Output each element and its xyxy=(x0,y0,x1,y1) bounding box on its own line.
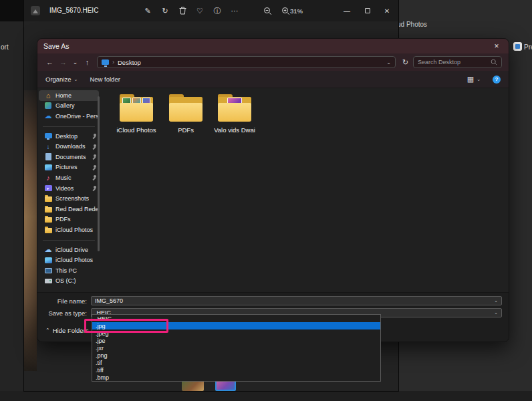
file-name-label: File name: xyxy=(44,297,87,305)
zoom-out-button[interactable] xyxy=(261,5,273,17)
organize-label: Organize xyxy=(45,76,72,83)
folder-tile-pdfs[interactable]: PDFs xyxy=(162,94,209,134)
minimize-icon: — xyxy=(344,7,350,15)
organize-button[interactable]: Organize ⌄ xyxy=(45,76,78,83)
breadcrumb[interactable]: Desktop xyxy=(118,59,141,66)
type-option-jpe[interactable]: .jpe xyxy=(92,337,380,344)
documents-icon xyxy=(45,153,51,160)
backdrop-right-partial-text: Pre xyxy=(524,43,532,51)
info-button[interactable]: ⓘ xyxy=(211,5,223,17)
close-icon: ✕ xyxy=(384,7,390,15)
up-icon: ↑ xyxy=(86,58,90,66)
history-dropdown-button[interactable]: ⌄ xyxy=(71,56,80,68)
zoom-out-icon xyxy=(263,7,272,15)
rotate-button[interactable]: ↻ xyxy=(159,5,171,17)
search-icon xyxy=(491,59,497,65)
photos-window-title: IMG_5670.HEIC xyxy=(49,7,98,14)
new-folder-label: New folder xyxy=(90,76,120,83)
type-option-bmp[interactable]: .bmp xyxy=(92,374,380,381)
annotation-highlight-jpg xyxy=(84,319,168,333)
zoom-level: 31% xyxy=(290,7,303,15)
icloud-drive-icon: ☁ xyxy=(44,246,52,254)
pin-icon xyxy=(92,133,98,139)
chevron-up-icon: ⌃ xyxy=(45,327,50,333)
sidebar-scrollbar[interactable] xyxy=(98,96,100,251)
pictures-icon xyxy=(45,164,52,170)
forward-icon: → xyxy=(59,58,67,66)
sidebar-item-os-c[interactable]: OS (C:) xyxy=(37,276,100,287)
type-option-tiff[interactable]: .tiff xyxy=(92,366,380,374)
delete-button[interactable] xyxy=(176,5,188,17)
close-window-button[interactable]: ✕ xyxy=(380,4,394,17)
refresh-button[interactable]: ↻ xyxy=(400,56,411,68)
sidebar-item-music[interactable]: ♪ Music xyxy=(37,172,100,183)
onedrive-cloud-icon: ☁ xyxy=(44,112,52,120)
pin-icon xyxy=(92,185,98,191)
sidebar-item-pictures[interactable]: Pictures xyxy=(37,162,100,173)
backdrop-left-partial-text: ort xyxy=(1,43,9,51)
sidebar-item-gallery[interactable]: Gallery xyxy=(37,101,100,112)
backdrop-checkbox-icon xyxy=(513,42,522,51)
heart-icon: ♡ xyxy=(196,7,203,15)
sidebar-item-desktop[interactable]: Desktop xyxy=(37,131,100,142)
more-options-button[interactable]: ⋯ xyxy=(229,5,241,17)
search-box[interactable] xyxy=(413,56,502,68)
sidebar-item-downloads[interactable]: ↓ Downloads xyxy=(37,141,100,152)
view-options-button[interactable]: ▦ ⌄ xyxy=(467,75,481,84)
folder-icon xyxy=(45,207,52,213)
view-grid-icon: ▦ xyxy=(467,75,474,84)
sidebar-item-pdfs[interactable]: PDFs xyxy=(37,215,100,225)
folder-label: Valo vids Dwai xyxy=(211,126,258,134)
file-name-value: IMG_5670 xyxy=(95,297,123,304)
type-option-tif[interactable]: .tif xyxy=(92,359,380,366)
sidebar-item-home[interactable]: ⌂ Home xyxy=(39,90,99,101)
sidebar-item-documents[interactable]: Documents xyxy=(37,152,100,162)
sidebar-item-icloud-drive[interactable]: ☁ iCloud Drive xyxy=(37,245,100,255)
back-button[interactable]: ← xyxy=(44,56,55,68)
sidebar-item-this-pc[interactable]: This PC xyxy=(37,265,100,276)
sidebar-item-icloud-photos[interactable]: iCloud Photos xyxy=(37,225,100,235)
sidebar-separator xyxy=(37,235,100,245)
file-list-area: iCloud Photos PDFs Valo vids Dwai xyxy=(100,88,509,292)
folder-label: iCloud Photos xyxy=(113,126,160,134)
more-icon: ⋯ xyxy=(231,7,239,15)
type-option-png[interactable]: .png xyxy=(92,352,380,359)
videos-icon: ▸ xyxy=(45,185,52,191)
chevron-down-icon: ⌄ xyxy=(494,298,498,303)
edit-button[interactable]: ✎ xyxy=(142,5,154,17)
rotate-icon: ↻ xyxy=(162,7,168,15)
sidebar-item-videos[interactable]: ▸ Videos xyxy=(37,183,100,194)
address-dropdown-icon[interactable]: ⌄ xyxy=(386,59,391,65)
icloud-photos-icon xyxy=(45,257,52,263)
folder-icon xyxy=(217,94,253,123)
file-name-combo[interactable]: IMG_5670 ⌄ xyxy=(91,296,502,305)
this-pc-icon xyxy=(45,268,52,273)
sidebar-item-screenshots[interactable]: Screenshots xyxy=(37,193,100,204)
back-icon: ← xyxy=(46,58,53,66)
hide-folders-button[interactable]: ⌃ Hide Folders xyxy=(45,327,89,334)
dialog-toolbar: Organize ⌄ New folder ▦ ⌄ ? xyxy=(37,71,509,88)
desktop-location-icon xyxy=(102,59,109,65)
search-input[interactable] xyxy=(418,59,491,65)
new-folder-button[interactable]: New folder xyxy=(90,76,120,83)
hide-folders-label: Hide Folders xyxy=(53,327,89,334)
maximize-button[interactable] xyxy=(360,4,375,17)
minimize-button[interactable]: — xyxy=(340,4,354,17)
type-option-jxr[interactable]: .jxr xyxy=(92,344,380,352)
address-bar[interactable]: › Desktop ⌄ xyxy=(97,56,396,68)
folder-tile-icloud-photos[interactable]: iCloud Photos xyxy=(113,94,160,134)
sidebar-item-red-dead[interactable]: Red Dead Redem xyxy=(37,204,100,215)
favorite-button[interactable]: ♡ xyxy=(194,5,206,17)
help-button[interactable]: ? xyxy=(493,76,501,84)
downloads-icon: ↓ xyxy=(44,142,52,150)
sidebar-item-icloud-photos-2[interactable]: iCloud Photos xyxy=(37,255,100,265)
dialog-title: Save As xyxy=(43,42,70,50)
edit-icon: ✎ xyxy=(144,7,150,15)
forward-button[interactable]: → xyxy=(57,56,69,68)
sidebar-item-onedrive[interactable]: ☁ OneDrive - Persor xyxy=(37,111,100,122)
dialog-close-button[interactable]: ✕ xyxy=(491,41,503,51)
pin-icon xyxy=(92,154,98,160)
save-as-dialog: Save As ✕ ← → ⌄ ↑ › Desktop ⌄ ↻ Organize xyxy=(37,38,509,342)
folder-tile-valo-vids[interactable]: Valo vids Dwai xyxy=(211,94,258,134)
up-button[interactable]: ↑ xyxy=(82,56,93,68)
